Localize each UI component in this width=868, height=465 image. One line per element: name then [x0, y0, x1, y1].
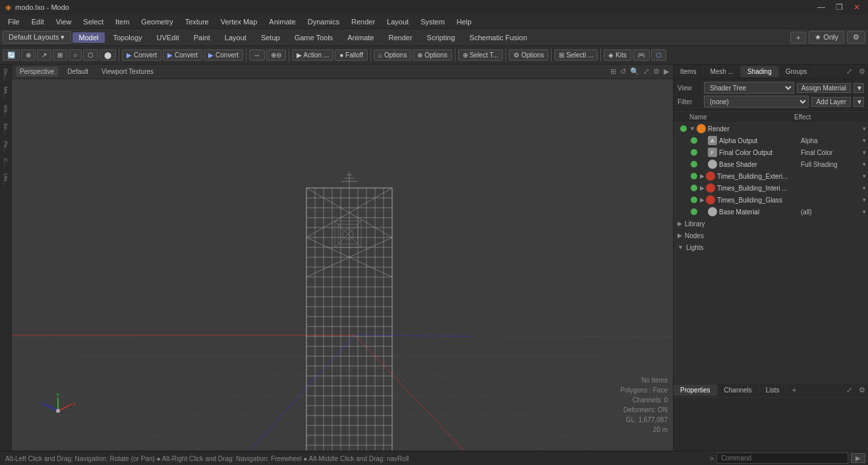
toolbar-dot-icon[interactable]: ⬤	[100, 49, 116, 61]
vp-grid-icon[interactable]: ⊞	[610, 67, 616, 76]
toolbar-move-icon[interactable]: ⊕	[21, 49, 36, 61]
tab-schematic-fusion[interactable]: Schematic Fusion	[463, 32, 533, 43]
tree-row-exterior[interactable]: ▶ Times_Building_Exteri... ▾	[674, 170, 868, 182]
prop-settings-icon[interactable]: ⚙	[856, 384, 868, 396]
tree-vis-render[interactable]	[678, 125, 689, 132]
layout-settings-btn[interactable]: ⚙	[847, 31, 865, 44]
menu-item[interactable]: Item	[110, 16, 134, 27]
menu-help[interactable]: Help	[451, 16, 477, 27]
prop-tab-lists[interactable]: Lists	[759, 385, 787, 396]
menu-select[interactable]: Select	[78, 16, 109, 27]
tab-game-tools[interactable]: Game Tools	[288, 32, 340, 43]
tab-paint[interactable]: Paint	[187, 32, 217, 43]
tab-scripting[interactable]: Scripting	[420, 32, 462, 43]
tree-row-render[interactable]: ▼ Render ▾	[674, 123, 868, 135]
glass-arrow[interactable]: ▾	[860, 197, 868, 203]
toolbar-rotate-icon[interactable]: 🔄	[3, 49, 20, 61]
falloff-btn[interactable]: ● Falloff	[335, 49, 368, 61]
menu-layout[interactable]: Layout	[382, 16, 414, 27]
viewport-tab-default[interactable]: Default	[63, 67, 92, 77]
render-expand-icon[interactable]: ▼	[689, 125, 695, 132]
shader-filter-select[interactable]: (none)	[704, 96, 809, 108]
gamepad-btn[interactable]: 🎮	[633, 49, 650, 61]
base-shader-arrow[interactable]: ▾	[860, 161, 868, 168]
left-panel-item-1[interactable]: Du...	[1, 66, 10, 82]
tree-group-nodes[interactable]: ▶ Nodes	[674, 230, 868, 241]
options-btn-1[interactable]: ⌂ Options	[374, 49, 411, 61]
toolbar-hex-icon[interactable]: ⬡	[83, 49, 98, 61]
lights-expand-icon[interactable]: ▼	[678, 244, 683, 251]
titlebar-controls[interactable]: — ❐ ✕	[815, 3, 863, 12]
menu-geometry[interactable]: Geometry	[136, 16, 178, 27]
left-panel-item-4[interactable]: En...	[1, 121, 10, 137]
left-panel-item-6[interactable]: C...	[1, 156, 10, 169]
rp-tab-shading[interactable]: Shading	[741, 66, 779, 77]
tab-setup[interactable]: Setup	[254, 32, 287, 43]
interior-arrow[interactable]: ▾	[860, 185, 868, 191]
tree-row-base-material[interactable]: Base Material (all) ▾	[674, 206, 868, 218]
prop-tab-channels[interactable]: Channels	[718, 385, 759, 396]
final-color-arrow[interactable]: ▾	[860, 149, 868, 156]
options-btn-2[interactable]: ⊕ Options	[413, 49, 451, 61]
toolbar-grid-icon[interactable]: ⊞	[53, 49, 67, 61]
kits-btn[interactable]: ◈ Kits	[604, 49, 631, 61]
tree-row-glass[interactable]: ▶ Times_Building_Glass ▾	[674, 194, 868, 206]
tree-row-base-shader[interactable]: Base Shader Full Shading ▾	[674, 158, 868, 170]
vp-play-icon[interactable]: ▶	[664, 67, 669, 76]
convert-btn-2[interactable]: ▶ Convert	[163, 49, 202, 61]
prop-tab-properties[interactable]: Properties	[674, 385, 718, 396]
command-run-btn[interactable]: ▶	[851, 453, 865, 463]
menu-render[interactable]: Render	[346, 16, 380, 27]
left-panel-item-3[interactable]: We...	[1, 102, 10, 120]
exterior-expand-icon[interactable]: ▶	[700, 173, 705, 179]
shader-filter-icon[interactable]: ▼	[854, 83, 864, 93]
left-panel-item-7[interactable]: UN...	[1, 171, 10, 188]
unreal-btn[interactable]: ⬡	[651, 49, 666, 61]
render-arrow[interactable]: ▾	[860, 125, 868, 132]
tab-render[interactable]: Render	[382, 32, 419, 43]
tab-animate[interactable]: Animate	[341, 32, 380, 43]
nodes-expand-icon[interactable]: ▶	[678, 232, 682, 239]
tab-topology[interactable]: Topology	[106, 32, 148, 43]
action-btn[interactable]: ▶ Action ...	[292, 49, 333, 61]
toolbar-select-icon[interactable]: ↗	[37, 49, 51, 61]
base-material-arrow[interactable]: ▾	[860, 208, 868, 215]
prop-expand-btn[interactable]: ⤢	[842, 384, 856, 396]
selecti-btn[interactable]: ⊞ Selecti ...	[554, 49, 598, 61]
library-expand-icon[interactable]: ▶	[678, 220, 682, 227]
assign-material-btn[interactable]: Assign Material	[797, 83, 851, 93]
toolbar-zoom-icon[interactable]: ⊕⊖	[266, 49, 286, 61]
menu-texture[interactable]: Texture	[180, 16, 214, 27]
tab-uvedit[interactable]: UVEdit	[150, 32, 186, 43]
minimize-button[interactable]: —	[815, 3, 828, 12]
rp-tab-settings-icon[interactable]: ⚙	[856, 65, 868, 78]
shader-view-select[interactable]: Shader Tree	[704, 82, 794, 94]
tree-row-interior[interactable]: ▶ Times_Building_Interi ... ▾	[674, 182, 868, 194]
tree-vis-exterior[interactable]	[688, 173, 700, 179]
prop-tab-add-btn[interactable]: +	[786, 384, 801, 397]
tab-model[interactable]: Model	[72, 32, 105, 43]
viewport-tab-textures[interactable]: Viewport Textures	[98, 67, 158, 77]
vp-search-icon[interactable]: 🔍	[630, 67, 639, 76]
toolbar-axis-icon[interactable]: ↔	[249, 49, 265, 61]
viewport-tab-perspective[interactable]: Perspective	[16, 67, 58, 77]
glass-expand-icon[interactable]: ▶	[700, 197, 705, 203]
alpha-arrow[interactable]: ▾	[860, 137, 868, 144]
rp-tab-mesh[interactable]: Mesh ...	[703, 66, 741, 77]
menu-dynamics[interactable]: Dynamics	[303, 16, 345, 27]
rp-tab-items[interactable]: Items	[674, 66, 703, 77]
menu-system[interactable]: System	[415, 16, 450, 27]
add-layer-btn[interactable]: Add Layer	[811, 97, 851, 107]
convert-btn-1[interactable]: ▶ Convert	[122, 49, 161, 61]
vp-fullscreen-icon[interactable]: ⤢	[643, 67, 649, 76]
tree-vis-base-shader[interactable]	[688, 161, 700, 168]
rp-tab-groups[interactable]: Groups	[779, 66, 815, 77]
menu-vertex-map[interactable]: Vertex Map	[216, 16, 263, 27]
maximize-button[interactable]: ❐	[833, 3, 846, 12]
star-only-btn[interactable]: ★ Only	[809, 31, 844, 44]
tree-vis-interior[interactable]	[688, 185, 700, 191]
left-panel-item-5[interactable]: Po...	[1, 139, 10, 154]
tree-vis-alpha[interactable]	[688, 137, 700, 144]
tree-row-alpha[interactable]: A Alpha Output Alpha ▾	[674, 135, 868, 146]
vp-settings-icon[interactable]: ⚙	[653, 67, 660, 76]
